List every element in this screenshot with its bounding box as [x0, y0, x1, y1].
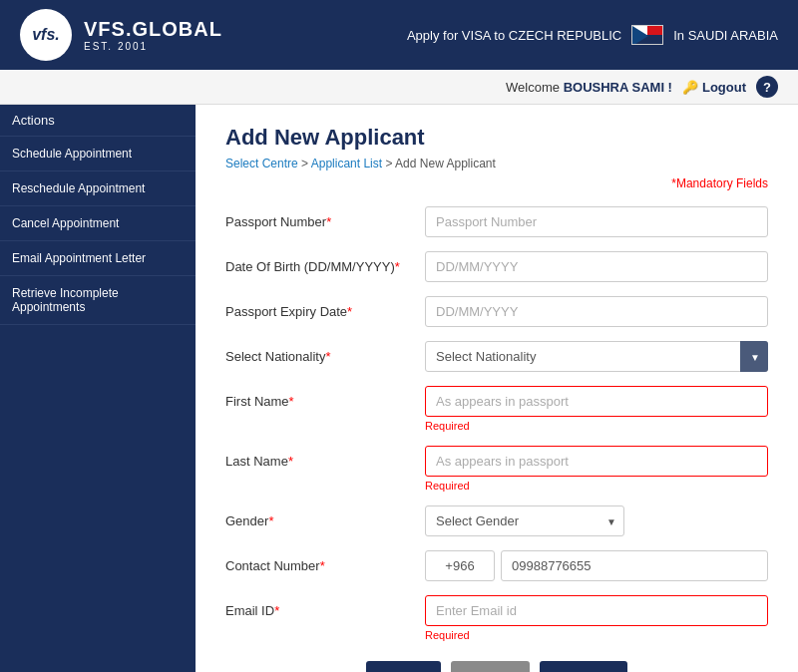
firstname-field: Required — [425, 386, 768, 432]
firstname-error: Required — [425, 420, 768, 432]
help-label: ? — [763, 80, 771, 95]
main-layout: Actions Schedule Appointment Reschedule … — [0, 105, 798, 672]
passport-input[interactable] — [425, 206, 768, 237]
mandatory-text: Mandatory Fields — [676, 176, 768, 190]
passport-group: Passport Number* — [225, 206, 768, 237]
mandatory-note: *Mandatory Fields — [225, 176, 768, 190]
email-field: Required — [425, 595, 768, 641]
content-area: Add New Applicant Select Centre > Applic… — [196, 105, 798, 672]
logo-circle: vfs. — [20, 9, 72, 61]
lastname-input[interactable] — [425, 446, 768, 477]
gender-select[interactable]: Select Gender Male Female — [425, 505, 624, 536]
welcome-text: Welcome BOUSHRA SAMI ! — [506, 80, 672, 95]
nationality-field: Select Nationality — [425, 341, 768, 372]
logout-icon: 🔑 — [682, 80, 698, 95]
contact-field — [425, 550, 768, 581]
dob-field — [425, 251, 768, 282]
nationality-select[interactable]: Select Nationality — [425, 341, 768, 372]
submit-button[interactable]: Submit — [540, 661, 627, 672]
form-actions: Back Reset Submit — [225, 661, 768, 672]
sidebar: Actions Schedule Appointment Reschedule … — [0, 105, 196, 672]
apply-text: Apply for VISA to CZECH REPUBLIC — [407, 28, 621, 43]
gender-select-wrapper: Select Gender Male Female — [425, 505, 624, 536]
lastname-label: Last Name* — [225, 446, 425, 469]
country-code-input[interactable] — [425, 550, 495, 581]
lastname-group: Last Name* Required — [225, 446, 768, 492]
country-text: In SAUDI ARABIA — [673, 28, 778, 43]
nationality-select-wrapper: Select Nationality — [425, 341, 768, 372]
sidebar-title: Actions — [12, 113, 55, 128]
est-text: EST. 2001 — [84, 41, 222, 52]
gender-label: Gender* — [225, 505, 425, 528]
expiry-input[interactable] — [425, 296, 768, 327]
breadcrumb-applicant-list[interactable]: Applicant List — [311, 157, 382, 170]
passport-label: Passport Number* — [225, 206, 425, 229]
contact-label: Contact Number* — [225, 550, 425, 573]
help-button[interactable]: ? — [756, 76, 778, 98]
lastname-error: Required — [425, 480, 768, 492]
czech-flag — [631, 25, 663, 45]
user-bar: Welcome BOUSHRA SAMI ! 🔑 Logout ? — [0, 70, 798, 105]
logo-text: VFS.GLOBAL EST. 2001 — [84, 18, 222, 52]
sidebar-item-retrieve[interactable]: Retrieve Incomplete Appointments — [0, 276, 196, 325]
sidebar-item-schedule[interactable]: Schedule Appointment — [0, 137, 196, 171]
back-button[interactable]: Back — [366, 661, 441, 672]
email-error: Required — [425, 629, 768, 641]
sidebar-header: Actions — [0, 105, 196, 137]
firstname-label: First Name* — [225, 386, 425, 409]
gender-group: Gender* Select Gender Male Female — [225, 505, 768, 536]
expiry-field — [425, 296, 768, 327]
nationality-group: Select Nationality* Select Nationality — [225, 341, 768, 372]
header-right: Apply for VISA to CZECH REPUBLIC In SAUD… — [407, 25, 778, 45]
dob-input[interactable] — [425, 251, 768, 282]
logout-label: Logout — [702, 80, 746, 95]
page-title: Add New Applicant — [225, 125, 768, 151]
contact-number-input[interactable] — [501, 550, 768, 581]
firstname-group: First Name* Required — [225, 386, 768, 432]
breadcrumb: Select Centre > Applicant List > Add New… — [225, 157, 768, 170]
username: BOUSHRA SAMI ! — [564, 80, 672, 95]
dob-label: Date Of Birth (DD/MM/YYYY)* — [225, 251, 425, 274]
breadcrumb-select-centre[interactable]: Select Centre — [225, 157, 298, 170]
expiry-group: Passport Expiry Date* — [225, 296, 768, 327]
header: vfs. VFS.GLOBAL EST. 2001 Apply for VISA… — [0, 0, 798, 70]
reset-button[interactable]: Reset — [451, 661, 530, 672]
lastname-field: Required — [425, 446, 768, 492]
contact-input-group — [425, 550, 768, 581]
contact-group: Contact Number* — [225, 550, 768, 581]
logo-area: vfs. VFS.GLOBAL EST. 2001 — [20, 9, 222, 61]
breadcrumb-current: Add New Applicant — [395, 157, 496, 170]
expiry-label: Passport Expiry Date* — [225, 296, 425, 319]
email-group: Email ID* Required — [225, 595, 768, 641]
brand-name: VFS.GLOBAL — [84, 18, 222, 41]
email-input[interactable] — [425, 595, 768, 626]
passport-field — [425, 206, 768, 237]
logout-button[interactable]: 🔑 Logout — [682, 80, 746, 95]
sidebar-item-reschedule[interactable]: Reschedule Appointment — [0, 171, 196, 206]
email-label: Email ID* — [225, 595, 425, 618]
dob-group: Date Of Birth (DD/MM/YYYY)* — [225, 251, 768, 282]
firstname-input[interactable] — [425, 386, 768, 417]
sidebar-item-email[interactable]: Email Appointment Letter — [0, 241, 196, 276]
nationality-label: Select Nationality* — [225, 341, 425, 364]
sidebar-item-cancel[interactable]: Cancel Appointment — [0, 206, 196, 241]
gender-field: Select Gender Male Female — [425, 505, 768, 536]
logo-icon: vfs. — [32, 26, 60, 44]
